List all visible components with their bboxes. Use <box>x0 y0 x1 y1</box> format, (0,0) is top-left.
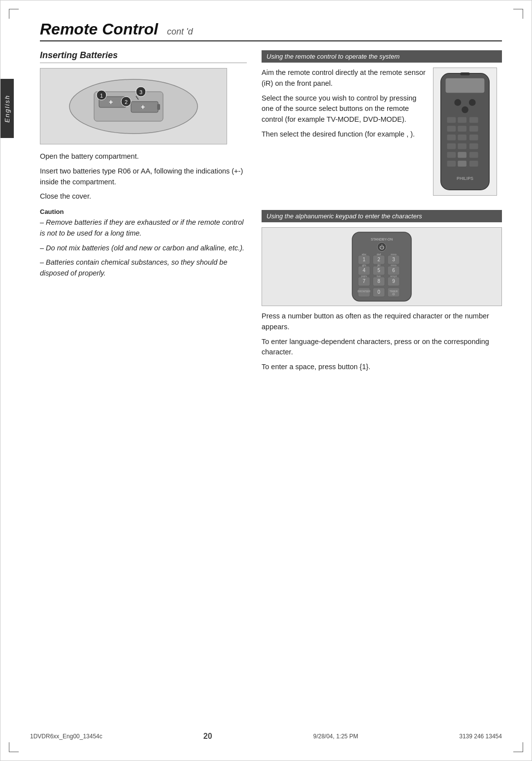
svg-rect-22 <box>469 117 478 123</box>
svg-text:tuv: tuv <box>377 275 381 277</box>
svg-rect-27 <box>458 135 466 140</box>
svg-text:6: 6 <box>392 268 395 273</box>
left-column: Inserting Batteries + + <box>40 50 247 377</box>
svg-text:+: + <box>109 98 113 106</box>
svg-rect-32 <box>447 152 456 158</box>
footer-date: 9/28/04, 1:25 PM <box>313 733 358 740</box>
battery-para2: Insert two batteries type R06 or AA, fol… <box>40 166 247 188</box>
svg-rect-37 <box>469 161 478 167</box>
svg-rect-25 <box>469 126 478 132</box>
svg-rect-20 <box>447 117 456 123</box>
svg-text:jkl: jkl <box>377 264 380 267</box>
svg-text:9: 9 <box>392 278 395 284</box>
svg-rect-34 <box>469 152 478 158</box>
section1-header-text: Using the remote control to operate the … <box>266 53 399 60</box>
svg-rect-16 <box>446 78 485 93</box>
svg-text:7: 7 <box>363 278 366 284</box>
section1-content: PHILIPS Aim the remote control directly … <box>262 68 502 202</box>
svg-text:BROWSER: BROWSER <box>358 290 370 293</box>
keypad-diagram: STANDBY-ON ⏻ 1 abc 2 def 3 mno <box>262 227 502 306</box>
svg-rect-33 <box>458 152 466 158</box>
footer-document-id: 1DVDR6xx_Eng00_13454c <box>30 733 102 740</box>
svg-text:mno: mno <box>391 253 397 256</box>
footer-page-center: 20 <box>203 732 212 741</box>
svg-text:3: 3 <box>392 257 395 262</box>
svg-rect-26 <box>447 135 456 140</box>
svg-text:def: def <box>377 253 381 256</box>
page-footer: 1DVDR6xx_Eng00_13454c 20 9/28/04, 1:25 P… <box>30 732 502 741</box>
svg-text:2: 2 <box>377 257 380 262</box>
svg-text:wxyz: wxyz <box>390 275 397 277</box>
svg-rect-28 <box>469 135 478 140</box>
caution-label: Caution <box>40 208 247 215</box>
battery-para1: Open the battery compartment. <box>40 151 247 162</box>
svg-point-17 <box>454 99 461 106</box>
section1-header: Using the remote control to operate the … <box>262 50 502 63</box>
svg-text:ghi: ghi <box>362 264 366 267</box>
section2-header-text: Using the alphanumeric keypad to enter t… <box>266 212 422 220</box>
svg-text:PHILIPS: PHILIPS <box>457 176 473 181</box>
svg-rect-30 <box>458 143 466 149</box>
caution-item-3: – Batteries contain chemical substances,… <box>40 257 247 279</box>
svg-text:·: · <box>378 286 379 289</box>
battery-diagram: + + 1 2 3 <box>40 68 227 144</box>
footer-product-id: 3139 246 13454 <box>459 733 502 740</box>
svg-text:8: 8 <box>377 278 380 284</box>
remote-svg: PHILIPS <box>433 68 497 196</box>
svg-text:1: 1 <box>100 93 103 99</box>
page-title-area: Remote Control cont 'd <box>40 20 502 41</box>
svg-rect-39 <box>460 72 470 75</box>
main-content: Inserting Batteries + + <box>40 50 502 377</box>
page-title: Remote Control <box>40 20 158 38</box>
svg-text:⊙: ⊙ <box>392 292 395 296</box>
caution-text: – Remove batteries if they are exhausted… <box>40 217 247 279</box>
section2-para2: To enter language-dependent characters, … <box>262 337 502 358</box>
svg-text:4: 4 <box>363 268 366 273</box>
svg-rect-24 <box>458 126 466 132</box>
battery-diagram-svg: + + 1 2 3 <box>50 74 217 138</box>
svg-text:abc: abc <box>362 253 366 256</box>
svg-rect-31 <box>469 143 478 149</box>
battery-para3: Close the cover. <box>40 191 247 202</box>
svg-rect-6 <box>157 104 160 110</box>
svg-text:pqrs: pqrs <box>361 275 367 277</box>
svg-rect-35 <box>447 161 456 167</box>
page-title-sub: cont 'd <box>167 27 193 37</box>
svg-text:2: 2 <box>125 99 128 105</box>
section2-para3: To enter a space, press button {1}. <box>262 362 502 373</box>
svg-rect-23 <box>447 126 456 132</box>
inserting-batteries-title: Inserting Batteries <box>40 50 247 63</box>
svg-text:+: + <box>141 103 145 111</box>
keypad-svg: STANDBY-ON ⏻ 1 abc 2 def 3 mno <box>332 230 431 304</box>
section2-para1: Press a number button as often as the re… <box>262 311 502 333</box>
svg-text:⏻: ⏻ <box>379 244 384 250</box>
svg-text:0: 0 <box>377 289 380 295</box>
right-column: Using the remote control to operate the … <box>262 50 502 377</box>
remote-illustration: PHILIPS <box>433 68 502 197</box>
caution-item-1: – Remove batteries if they are exhausted… <box>40 217 247 239</box>
svg-text:3: 3 <box>139 89 142 95</box>
svg-rect-29 <box>447 143 456 149</box>
svg-text:STANDBY-ON: STANDBY-ON <box>371 238 393 241</box>
svg-point-19 <box>462 106 468 113</box>
section2-header: Using the alphanumeric keypad to enter t… <box>262 210 502 222</box>
svg-text:1: 1 <box>363 257 366 262</box>
svg-point-18 <box>469 99 476 106</box>
svg-text:5: 5 <box>377 268 380 273</box>
caution-item-2: – Do not mix batteries (old and new or c… <box>40 243 247 254</box>
svg-rect-21 <box>458 117 466 123</box>
svg-text:mno: mno <box>391 264 397 267</box>
svg-rect-36 <box>458 161 466 167</box>
